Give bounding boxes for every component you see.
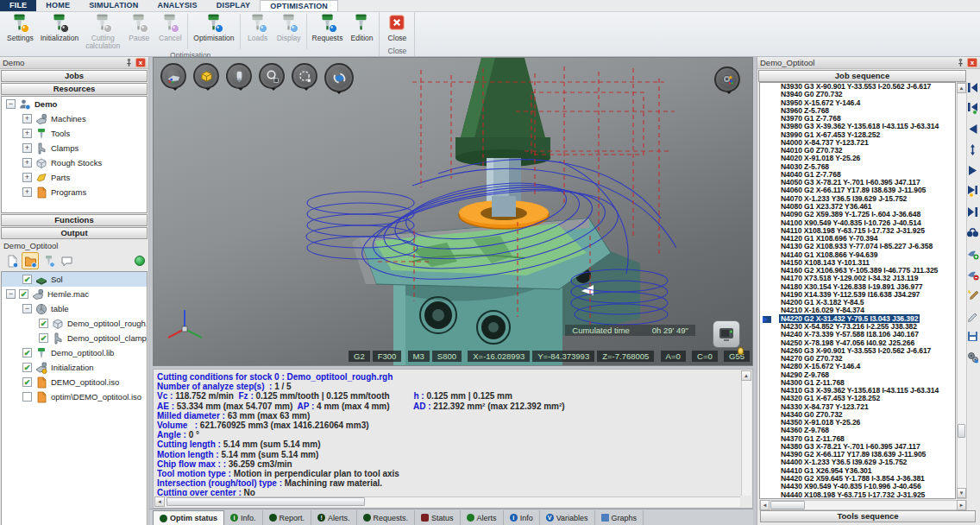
ribbon-tab-simulation[interactable]: SIMULATION (79, 0, 148, 11)
view-options-button[interactable] (714, 66, 740, 92)
expand-icon[interactable]: + (22, 129, 32, 138)
expand-icon[interactable]: + (22, 173, 32, 182)
vscroll-thumb[interactable] (958, 424, 965, 438)
tree-item-demo-optitool-lib[interactable]: ✔Demo_optitool.lib (2, 345, 147, 360)
play-backward-button[interactable] (966, 123, 979, 136)
tab-status[interactable]: Status (415, 510, 461, 525)
checkbox-checked[interactable]: ✔ (22, 348, 32, 357)
options-gears-button[interactable] (966, 351, 979, 364)
requests-button[interactable]: Requests (309, 12, 347, 51)
expand-icon[interactable]: + (22, 187, 32, 197)
step-forward-marker-button[interactable] (966, 185, 979, 198)
edit-pencil-button[interactable] (966, 309, 979, 322)
scroll-down-icon[interactable]: ▼ (957, 488, 966, 498)
tab-graphs[interactable]: Graphs (595, 510, 644, 525)
tab-info[interactable]: iInfo. (224, 510, 263, 525)
scroll-up-icon[interactable]: ▲ (741, 370, 751, 381)
optimisation-button[interactable]: Optimisation (190, 12, 237, 51)
close-icon[interactable]: x (967, 58, 977, 67)
ribbon-tab-analysis[interactable]: ANALYSIS (148, 0, 206, 11)
initialization-button[interactable]: Initialization (37, 12, 82, 51)
scroll-up-icon[interactable]: ▲ (957, 83, 966, 93)
tree-item-clamps[interactable]: +Clamps (2, 141, 147, 155)
scroll-right-icon[interactable]: ► (957, 500, 966, 510)
optim-hscrollbar[interactable]: ◄ (154, 497, 740, 507)
expand-icon[interactable]: + (22, 114, 32, 123)
edition-button[interactable]: Edition (346, 12, 377, 51)
tab-variables[interactable]: VVariables (540, 510, 595, 525)
machine-status-button[interactable] (713, 320, 740, 348)
tree-item-machines[interactable]: +Machines (2, 111, 147, 126)
tool-add-button[interactable] (966, 247, 979, 260)
tools-sequence-header[interactable]: Tools sequence (760, 510, 976, 522)
jobs-bar[interactable]: Jobs (1, 70, 148, 82)
close-button[interactable]: Close (381, 12, 412, 47)
functions-bar[interactable]: Functions (1, 214, 148, 226)
tree-item-demo-optitool-clamp-clp[interactable]: ✔Demo_optitool_clamp.clp (2, 331, 147, 345)
pin-icon[interactable] (124, 58, 134, 67)
document-tool-button[interactable] (3, 252, 21, 269)
tree-item-hemle-mac[interactable]: −✔Hemle.mac (2, 287, 147, 301)
close-icon[interactable]: x (135, 58, 146, 67)
settings-button[interactable]: Settings (3, 12, 37, 51)
binoculars-button[interactable] (966, 226, 979, 239)
ribbon-tab-optimisation[interactable]: OPTIMISATION (260, 0, 338, 11)
tree-item-demo-optitool-iso[interactable]: ✔DEMO_optitool.iso (2, 375, 147, 389)
checkbox-checked[interactable]: ✔ (22, 377, 32, 387)
folder-tool-button[interactable] (22, 252, 39, 269)
checkbox-checked[interactable]: ✔ (39, 333, 48, 343)
resources-bar[interactable]: Resources (1, 83, 148, 95)
play-forward-button[interactable] (966, 164, 979, 177)
job-sequence-list[interactable]: N3930 G3 X-90.901 Y-33.553 I-20.562 J-6.… (759, 82, 956, 499)
tab-info[interactable]: iInfo (504, 510, 540, 525)
save-button[interactable] (966, 330, 979, 343)
tab-optim-status[interactable]: Optim status (153, 510, 224, 525)
tree-item-sol[interactable]: ✔Sol (2, 272, 147, 287)
edit-new-button[interactable] (966, 288, 979, 301)
job-sequence-header[interactable]: Job sequence (758, 70, 966, 82)
ribbon-tab-file[interactable]: FILE (0, 0, 36, 11)
go-first-marker-button[interactable] (966, 102, 979, 115)
gcode-line[interactable]: N4440 X108.198 Y-63.715 I-17.732 J-31.92… (760, 491, 955, 499)
selection-button[interactable] (292, 63, 317, 89)
expand-icon[interactable]: + (22, 143, 32, 153)
comments-tool-button[interactable] (58, 252, 75, 269)
collapse-icon[interactable]: − (22, 304, 32, 313)
tab-alerts[interactable]: Alerts (461, 510, 504, 525)
scroll-left-icon[interactable]: ◄ (760, 500, 770, 510)
optim-vscrollbar[interactable]: ▲ (741, 370, 751, 496)
pin-icon[interactable] (956, 58, 965, 67)
jobseq-hscrollbar[interactable]: ◄ ► (759, 500, 967, 510)
stock-display-button[interactable] (193, 63, 219, 89)
machine-view-button[interactable] (160, 63, 186, 89)
scroll-left-icon[interactable]: ◄ (154, 497, 165, 507)
checkbox-checked[interactable]: ✔ (22, 363, 32, 372)
expand-icon[interactable]: + (22, 158, 32, 168)
hscroll-thumb[interactable] (770, 501, 805, 509)
rotate-button[interactable] (324, 63, 354, 92)
go-first-button[interactable] (966, 81, 979, 94)
tab-requests[interactable]: Requests. (357, 510, 416, 525)
tree-item-table[interactable]: −table (2, 301, 147, 316)
hscroll-thumb[interactable] (166, 497, 365, 506)
tool-display-tool-button[interactable] (40, 252, 57, 269)
checkbox-checked[interactable]: ✔ (19, 289, 28, 299)
tool-display-button[interactable] (226, 63, 252, 89)
tree-item-parts[interactable]: +Parts (2, 170, 147, 185)
collapse-icon[interactable]: − (6, 99, 16, 109)
zoom-button[interactable] (259, 63, 285, 89)
tab-alerts[interactable]: !Alerts. (311, 510, 357, 525)
tree-item-initialization[interactable]: ✔Initialization (2, 360, 147, 375)
tree-item-rough-stocks[interactable]: +Rough Stocks (2, 155, 147, 170)
go-last-button[interactable] (966, 206, 979, 218)
tree-item-demo[interactable]: −Demo (2, 97, 147, 111)
output-bar[interactable]: Output (1, 227, 148, 239)
checkbox-checked[interactable]: ✔ (39, 319, 48, 328)
expand-vertical-button[interactable] (966, 143, 979, 156)
tree-item-programs[interactable]: +Programs (2, 185, 147, 199)
checkbox-unchecked[interactable] (22, 392, 32, 402)
checkbox-checked[interactable]: ✔ (22, 275, 32, 284)
ribbon-tab-display[interactable]: DISPLAY (207, 0, 261, 11)
tree-item-demo-optitool-rough-rgh[interactable]: ✔Demo_optitool_rough.rgh (2, 316, 147, 331)
3d-viewport[interactable]: Cumulated time 0h 29' 49" G2F300M3S800X=… (153, 57, 753, 366)
